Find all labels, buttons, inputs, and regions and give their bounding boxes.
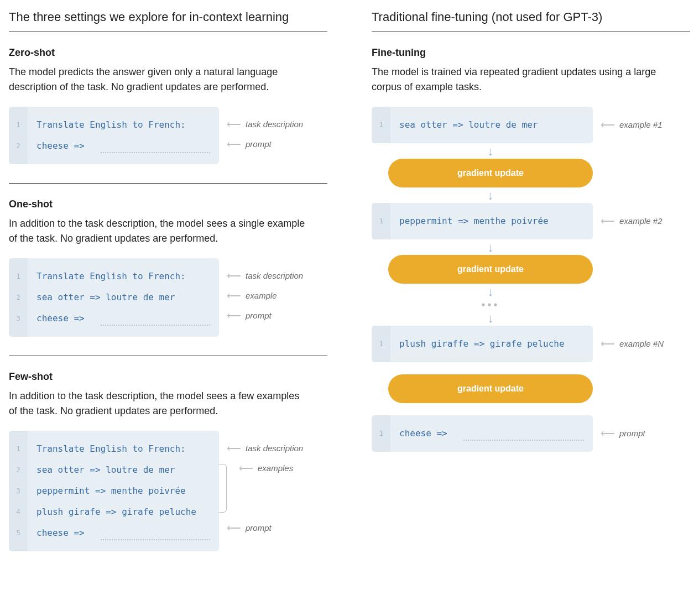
- arrow-left-icon: [227, 311, 241, 321]
- annotation: prompt: [227, 518, 327, 538]
- line-number: 2: [9, 139, 28, 153]
- arrow-left-icon: [227, 443, 241, 453]
- left-column: The three settings we explore for in-con…: [9, 8, 327, 555]
- arrow-left-icon: [601, 216, 615, 226]
- annotation: example #N: [593, 338, 664, 351]
- line-number: 2: [9, 463, 28, 477]
- chain-code-panel: 1peppermint => menthe poivrée: [372, 203, 593, 239]
- code-line: 1Translate English to French:: [9, 266, 219, 287]
- code-line: 2cheese =>: [9, 135, 219, 156]
- left-title: The three settings we explore for in-con…: [9, 8, 327, 26]
- zero-shot-section: Zero-shot The model predicts the answer …: [9, 45, 327, 164]
- arrow-down-icon: [372, 239, 593, 255]
- code-text: peppermint => menthe poivrée: [28, 484, 186, 498]
- ellipsis-icon: [372, 299, 593, 310]
- arrow-left-icon: [601, 429, 615, 438]
- annotation-label: prompt: [246, 138, 272, 151]
- zero-code-panel: 1Translate English to French:2cheese =>: [9, 107, 219, 164]
- annotation-label: examples: [258, 462, 293, 475]
- chain-example-row: 1cheese =>prompt: [372, 415, 690, 452]
- one-codeblock: 1Translate English to French:2sea otter …: [9, 258, 327, 337]
- code-text: cheese =>: [28, 139, 85, 153]
- arrow-down-icon: [372, 143, 593, 159]
- line-number: 1: [372, 118, 390, 132]
- line-number: 4: [9, 505, 28, 519]
- code-text: cheese =>: [28, 312, 85, 325]
- arrow-down-icon: [372, 310, 593, 326]
- arrow-left-icon: [239, 463, 253, 473]
- ft-heading: Fine-tuning: [372, 45, 690, 60]
- gradient-update-pill: gradient update: [388, 159, 593, 187]
- right-title: Traditional fine-tuning (not used for GP…: [372, 8, 690, 26]
- code-text: sea otter => loutre de mer: [28, 463, 175, 477]
- arrow-down-icon: [372, 187, 593, 203]
- divider: [9, 183, 327, 184]
- code-line: 1sea otter => loutre de mer: [372, 114, 593, 135]
- ft-desc: The model is trained via repeated gradie…: [372, 65, 670, 95]
- annotation-label: task description: [246, 442, 303, 455]
- arrow-left-icon: [227, 139, 241, 149]
- annotation-label: example #2: [619, 215, 663, 228]
- code-text: cheese =>: [390, 427, 447, 440]
- annotation: examples: [227, 458, 327, 478]
- code-text: Translate English to French:: [28, 270, 186, 283]
- arrow-left-icon: [227, 523, 241, 533]
- few-desc: In addition to the task description, the…: [9, 389, 307, 419]
- chain-example-row: 1sea otter => loutre de merexample #1: [372, 107, 690, 143]
- code-text: sea otter => loutre de mer: [28, 291, 175, 304]
- gradient-update-pill: gradient update: [388, 374, 593, 403]
- annotation: task description: [227, 114, 327, 134]
- annotation-label: example #N: [619, 338, 664, 351]
- chain-example-row: 1peppermint => menthe poivréeexample #2: [372, 203, 690, 239]
- annotation-label: example: [246, 290, 277, 302]
- code-text: cheese =>: [28, 526, 85, 540]
- annotation: example: [227, 286, 327, 306]
- code-line: 2sea otter => loutre de mer: [9, 287, 219, 308]
- code-text: sea otter => loutre de mer: [390, 118, 538, 132]
- divider: [372, 32, 690, 32]
- annotation-label: prompt: [246, 522, 272, 535]
- annotation: prompt: [227, 306, 327, 326]
- one-shot-section: One-shot In addition to the task descrip…: [9, 197, 327, 337]
- annotation: [227, 478, 327, 498]
- right-column: Traditional fine-tuning (not used for GP…: [372, 8, 690, 452]
- annotation: example #1: [593, 119, 663, 132]
- line-number: 3: [9, 312, 28, 325]
- code-line: 1cheese =>: [372, 423, 593, 444]
- divider: [9, 356, 327, 356]
- line-number: 1: [9, 442, 28, 456]
- zero-annotations: task descriptionprompt: [219, 107, 327, 164]
- annotation-label: example #1: [619, 119, 663, 132]
- line-number: 1: [372, 427, 390, 440]
- arrow-left-icon: [227, 291, 241, 301]
- line-number: 5: [9, 526, 28, 540]
- code-text: peppermint => menthe poivrée: [390, 215, 549, 228]
- annotation: example #2: [593, 215, 663, 228]
- zero-desc: The model predicts the answer given only…: [9, 65, 307, 95]
- code-line: 2sea otter => loutre de mer: [9, 460, 219, 481]
- chain-code-panel: 1cheese =>: [372, 415, 593, 452]
- line-number: 1: [372, 337, 390, 351]
- zero-codeblock: 1Translate English to French:2cheese => …: [9, 107, 327, 164]
- line-number: 1: [9, 118, 28, 132]
- annotation: prompt: [593, 427, 645, 440]
- line-number: 1: [9, 270, 28, 283]
- code-text: Translate English to French:: [28, 442, 186, 456]
- code-line: 1peppermint => menthe poivrée: [372, 211, 593, 232]
- arrow-left-icon: [601, 120, 615, 130]
- two-column-layout: The three settings we explore for in-con…: [9, 8, 690, 555]
- code-line: 5cheese =>: [9, 523, 219, 544]
- one-annotations: task descriptionexampleprompt: [219, 258, 327, 337]
- few-heading: Few-shot: [9, 369, 327, 384]
- annotation-label: prompt: [619, 427, 645, 440]
- fine-tuning-chain: 1sea otter => loutre de merexample #1gra…: [372, 107, 690, 452]
- arrow-left-icon: [601, 339, 615, 349]
- code-line: 3peppermint => menthe poivrée: [9, 481, 219, 502]
- code-line: 1Translate English to French:: [9, 438, 219, 460]
- code-text: plush girafe => girafe peluche: [28, 505, 196, 519]
- code-line: 1Translate English to French:: [9, 114, 219, 135]
- few-code-panel: 1Translate English to French:2sea otter …: [9, 431, 219, 551]
- line-number: 3: [9, 484, 28, 498]
- code-text: plush giraffe => girafe peluche: [390, 337, 565, 351]
- few-annotations: task descriptionexamplesprompt: [219, 431, 327, 551]
